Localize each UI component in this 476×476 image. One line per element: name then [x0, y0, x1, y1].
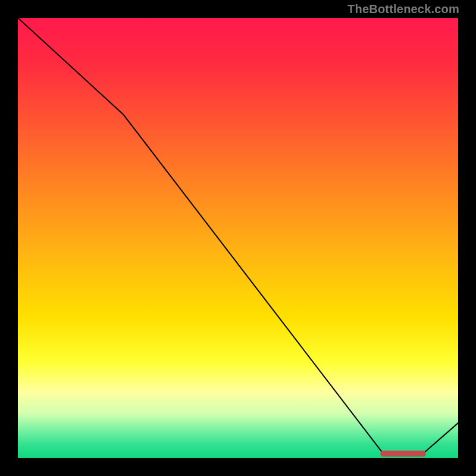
chart-container: TheBottleneck.com	[0, 0, 476, 476]
chart-background-gradient	[18, 18, 458, 458]
watermark-label: TheBottleneck.com	[347, 2, 459, 16]
